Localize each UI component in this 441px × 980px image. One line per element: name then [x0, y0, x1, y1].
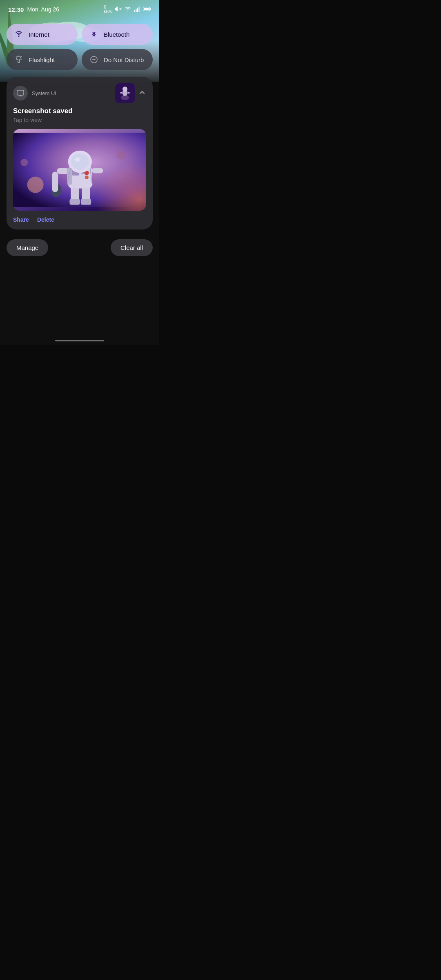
screenshot-notification[interactable]: System UI [7, 77, 153, 229]
svg-line-16 [16, 56, 17, 57]
network-speed-icon: 0kB/s [104, 5, 112, 14]
svg-rect-20 [17, 90, 24, 95]
svg-rect-28 [127, 92, 130, 94]
bluetooth-tile[interactable]: Bluetooth [82, 24, 153, 45]
notif-app-name: System UI [32, 90, 56, 96]
flashlight-label: Flashlight [29, 56, 55, 63]
status-right: 0kB/s 5 [104, 5, 151, 14]
svg-rect-9 [139, 7, 140, 12]
notif-header: System UI [13, 83, 146, 103]
battery-icon [143, 6, 151, 13]
delete-button[interactable]: Delete [37, 216, 54, 223]
svg-rect-27 [120, 92, 122, 94]
svg-point-13 [18, 36, 20, 37]
svg-rect-46 [52, 172, 58, 192]
svg-marker-14 [16, 57, 21, 62]
svg-point-49 [71, 154, 89, 170]
bluetooth-icon [89, 29, 99, 39]
svg-rect-38 [81, 199, 91, 205]
svg-rect-11 [150, 8, 151, 10]
status-date: Mon, Aug 26 [27, 6, 59, 13]
svg-rect-6 [134, 10, 135, 12]
internet-label: Internet [29, 31, 49, 38]
home-indicator[interactable] [55, 340, 104, 341]
svg-line-17 [21, 56, 22, 57]
notif-title: Screenshot saved [13, 107, 146, 115]
signal-icon [134, 6, 140, 13]
wifi-icon: 5 [124, 6, 131, 13]
notif-header-right [115, 83, 146, 103]
volume-icon [114, 6, 122, 13]
notif-thumbnail [115, 83, 135, 103]
svg-rect-7 [136, 9, 137, 12]
svg-rect-12 [144, 8, 149, 10]
quick-settings-panel: Internet Bluetooth Flashlight [0, 17, 159, 74]
screenshot-preview[interactable] [13, 129, 146, 211]
manage-button[interactable]: Manage [7, 239, 48, 256]
notifications-area: System UI [0, 74, 159, 238]
svg-point-43 [85, 176, 89, 179]
svg-rect-8 [137, 8, 138, 12]
svg-point-32 [20, 159, 28, 166]
notif-subtitle: Tap to view [13, 117, 146, 123]
status-time: 12:30 [8, 6, 24, 13]
status-bar: 12:30 Mon, Aug 26 0kB/s 5 [0, 0, 159, 17]
svg-rect-47 [92, 168, 103, 173]
svg-point-31 [27, 176, 44, 193]
bluetooth-label: Bluetooth [104, 31, 129, 38]
dnd-label: Do Not Disturb [104, 56, 144, 63]
system-ui-icon [13, 86, 28, 100]
svg-point-26 [122, 87, 127, 91]
collapse-button[interactable] [138, 89, 146, 98]
clear-all-button[interactable]: Clear all [111, 239, 153, 256]
thumbnail-preview [115, 83, 135, 103]
svg-point-50 [74, 157, 80, 162]
notif-header-left: System UI [13, 86, 56, 100]
internet-icon [14, 29, 24, 39]
flashlight-icon [14, 55, 24, 65]
notif-actions: Share Delete [13, 216, 146, 223]
internet-tile[interactable]: Internet [7, 24, 78, 45]
dnd-icon [89, 55, 99, 65]
svg-rect-37 [69, 199, 80, 205]
svg-point-34 [116, 151, 125, 160]
bottom-bar: Manage Clear all [0, 238, 159, 263]
flashlight-tile[interactable]: Flashlight [7, 49, 78, 70]
share-button[interactable]: Share [13, 216, 29, 223]
do-not-disturb-tile[interactable]: Do Not Disturb [82, 49, 153, 70]
status-left: 12:30 Mon, Aug 26 [8, 6, 59, 13]
